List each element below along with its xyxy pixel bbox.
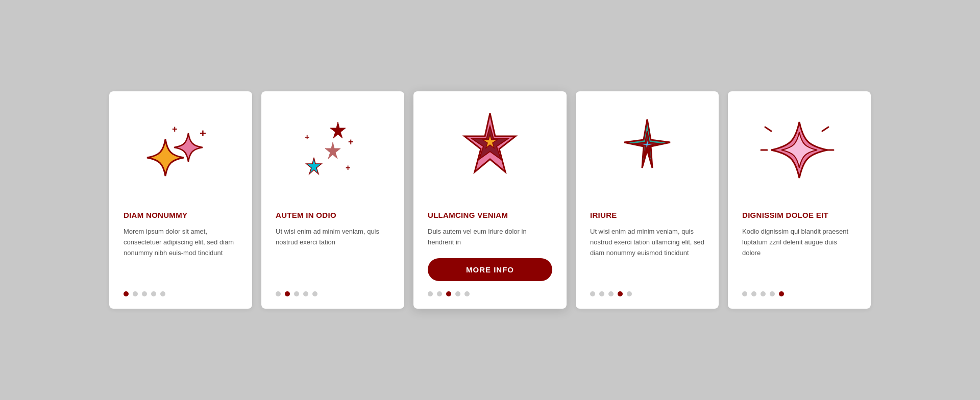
dot-active <box>285 291 290 296</box>
card-2-title: AUTEM IN ODIO <box>276 211 336 219</box>
dot <box>770 291 775 296</box>
card-4-dots <box>590 286 632 296</box>
svg-marker-4 <box>325 142 340 159</box>
svg-line-14 <box>822 127 828 131</box>
svg-line-16 <box>765 127 771 131</box>
card-4-title: IRIURE <box>590 211 617 219</box>
dot <box>294 291 299 296</box>
dot <box>742 291 747 296</box>
dot <box>142 291 147 296</box>
dot-active <box>779 291 784 296</box>
card-2-text: Ut wisi enim ad minim veniam, quis nostr… <box>276 227 390 276</box>
card-4-icon <box>590 107 704 198</box>
card-5-text: Kodio dignissim qui blandit praesent lup… <box>742 227 856 276</box>
dot <box>608 291 614 296</box>
dot <box>627 291 632 296</box>
card-1-text: Morem ipsum dolor sit amet, consectetuer… <box>124 227 238 276</box>
dot <box>276 291 281 296</box>
svg-marker-2 <box>330 122 346 138</box>
card-1-dots <box>124 286 165 296</box>
dot <box>428 291 433 296</box>
dot <box>455 291 460 296</box>
card-2: + + + AUTEM IN ODIO Ut wisi enim ad mini… <box>261 91 404 309</box>
dot <box>160 291 165 296</box>
svg-text:+: + <box>346 163 350 172</box>
svg-text:+: + <box>348 137 354 147</box>
card-4: IRIURE Ut wisi enim ad minim veniam, qui… <box>576 91 719 309</box>
card-1: + + DIAM NONUMMY Morem ipsum dolor sit a… <box>109 91 252 309</box>
cards-container: + + DIAM NONUMMY Morem ipsum dolor sit a… <box>68 66 912 334</box>
card-5: DIGNISSIM DOLOE EIT Kodio dignissim qui … <box>728 91 871 309</box>
card-4-text: Ut wisi enim ad minim veniam, quis nostr… <box>590 227 704 276</box>
card-1-title: DIAM NONUMMY <box>124 211 187 219</box>
card-5-dots <box>742 286 784 296</box>
card-3-title: ULLAMCING VENIAM <box>428 211 508 219</box>
svg-marker-3 <box>306 158 322 174</box>
dot-active <box>124 291 129 296</box>
card-3-text: Duis autem vel eum iriure dolor in hendr… <box>428 227 552 248</box>
svg-text:+: + <box>172 124 178 134</box>
dot-active <box>446 291 451 296</box>
dot <box>761 291 766 296</box>
dot <box>303 291 308 296</box>
dot <box>312 291 317 296</box>
card-3-icon <box>428 107 552 198</box>
dot <box>751 291 756 296</box>
card-1-icon: + + <box>124 107 238 198</box>
dot-active <box>618 291 623 296</box>
more-info-button[interactable]: MORE INFO <box>428 258 552 281</box>
dot <box>590 291 595 296</box>
dot <box>437 291 442 296</box>
dot <box>464 291 470 296</box>
svg-text:+: + <box>305 133 309 141</box>
card-3: ULLAMCING VENIAM Duis autem vel eum iriu… <box>413 91 567 309</box>
dot <box>151 291 156 296</box>
card-2-icon: + + + <box>276 107 390 198</box>
dot <box>133 291 138 296</box>
card-2-dots <box>276 286 317 296</box>
card-5-title: DIGNISSIM DOLOE EIT <box>742 211 828 219</box>
dot <box>599 291 604 296</box>
svg-text:+: + <box>200 127 206 140</box>
card-5-icon <box>742 107 856 198</box>
card-3-dots <box>428 286 470 296</box>
